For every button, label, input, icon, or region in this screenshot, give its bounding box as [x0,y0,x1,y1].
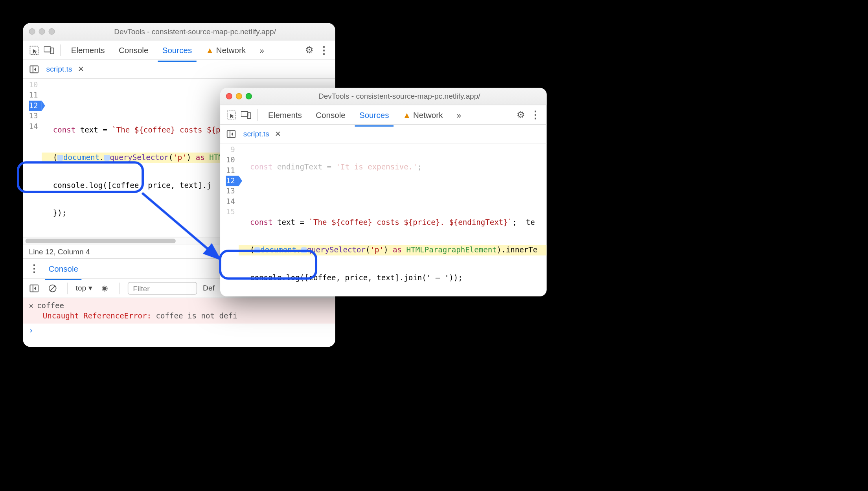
line-number: 14 [29,121,38,132]
log-levels[interactable]: Def [203,284,215,292]
window-title: DevTools - consistent-source-map-pc.netl… [258,92,541,101]
tab-sources[interactable]: Sources [156,42,198,58]
file-tab-label[interactable]: script.ts [243,129,269,138]
console-output[interactable]: ✕coffee Uncaught ReferenceError: coffee … [23,298,335,347]
tab-console[interactable]: Console [113,42,154,58]
device-icon[interactable] [240,108,252,121]
device-icon[interactable] [43,44,55,56]
code-line: const endingText = 'It is expensive.'; [239,162,547,172]
zoom-dot-icon[interactable] [48,28,55,35]
code-line: console.log([coffee, price, text].join('… [239,273,547,283]
file-tabs: script.ts ✕ [220,125,547,143]
inspect-icon[interactable] [28,44,40,56]
titlebar: DevTools - consistent-source-map-pc.netl… [220,88,547,105]
code-editor[interactable]: 9 10 11 12 13 14 15 const endingText = '… [220,143,547,297]
console-prompt[interactable]: › [23,324,335,337]
svg-rect-5 [30,285,38,292]
code-line: const text = `The ${coffee} costs ${pric… [239,217,547,228]
tab-network[interactable]: ▲Network [397,107,449,123]
console-sidebar-icon[interactable] [28,282,40,294]
file-tab-label[interactable]: script.ts [46,65,72,74]
line-number: 10 [29,80,38,90]
warning-icon: ▲ [206,45,213,55]
cursor-position: Line 12, Column 4 [29,247,90,256]
titlebar: DevTools - consistent-source-map-pc.netl… [23,23,335,40]
svg-rect-1 [44,46,51,51]
navigator-toggle-icon[interactable] [28,63,40,75]
tab-network[interactable]: ▲Network [200,42,252,58]
tab-console[interactable]: Console [310,107,351,123]
close-dot-icon[interactable] [226,93,232,99]
svg-rect-10 [241,111,248,116]
error-x-icon: ✕ [29,300,37,311]
tabs-overflow[interactable]: » [254,42,270,58]
zoom-dot-icon[interactable] [246,93,252,99]
minimize-dot-icon[interactable] [236,93,242,99]
console-input-echo: coffee [37,301,64,310]
devtools-window-after: DevTools - consistent-source-map-pc.netl… [220,88,547,296]
window-title: DevTools - consistent-source-map-pc.netl… [61,27,329,36]
file-tabs: script.ts ✕ [23,60,335,79]
console-filter-input[interactable]: Filter [128,282,197,294]
traffic-lights[interactable] [226,93,252,99]
tab-elements[interactable]: Elements [65,42,110,58]
drawer-menu-icon[interactable]: ⋮ [28,262,40,275]
gear-icon[interactable]: ⚙ [303,44,315,56]
tab-sources[interactable]: Sources [353,107,395,123]
line-number: 10 [226,155,235,165]
line-number-current: 12 [226,176,239,186]
minimize-dot-icon[interactable] [39,28,45,35]
svg-line-8 [50,286,55,291]
context-selector[interactable]: top▾ [76,284,93,292]
svg-rect-3 [30,66,38,73]
code-line-current: (document.querySelector('p') as HTMLPara… [239,245,547,255]
line-number-current: 12 [29,101,42,111]
line-number: 9 [226,145,235,155]
drawer-tab-console[interactable]: Console [45,260,82,276]
warning-icon: ▲ [403,110,411,120]
line-number: 14 [226,197,235,207]
chevron-down-icon: ▾ [88,284,92,292]
tabs-overflow[interactable]: » [451,107,467,123]
tab-network-label: Network [216,45,246,55]
traffic-lights[interactable] [29,28,55,35]
line-number: 11 [29,90,38,100]
line-number: 15 [226,207,235,217]
kebab-menu-icon[interactable]: ⋮ [318,44,331,56]
close-dot-icon[interactable] [29,28,35,35]
line-number: 11 [226,165,235,175]
tab-network-label: Network [413,110,443,120]
close-file-icon[interactable]: ✕ [78,65,84,74]
navigator-toggle-icon[interactable] [225,127,237,140]
code-line [239,189,547,200]
line-number: 13 [29,111,38,121]
main-toolbar: Elements Console Sources ▲Network » ⚙ ⋮ [23,40,335,60]
clear-console-icon[interactable] [46,282,59,294]
line-number: 13 [226,186,235,196]
tab-elements[interactable]: Elements [262,107,307,123]
live-expression-icon[interactable]: ◉ [98,282,111,294]
gear-icon[interactable]: ⚙ [514,108,527,121]
main-toolbar: Elements Console Sources ▲Network » ⚙ ⋮ [220,105,547,125]
kebab-menu-icon[interactable]: ⋮ [530,108,542,121]
close-file-icon[interactable]: ✕ [275,129,281,138]
console-entry-error: ✕coffee Uncaught ReferenceError: coffee … [23,298,335,324]
inspect-icon[interactable] [225,108,237,121]
